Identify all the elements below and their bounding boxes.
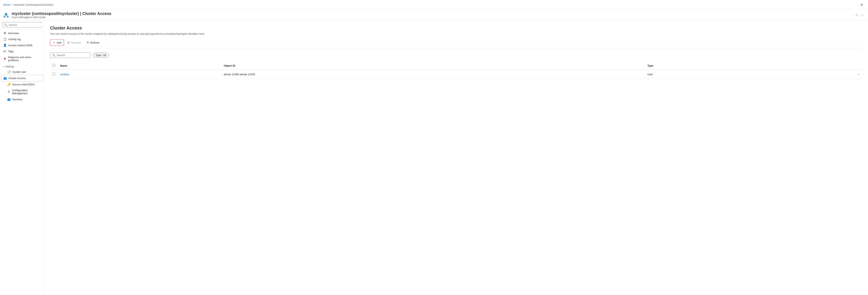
sidebar: 🔍 << ⚙ Overview 📋 Activity log 👤 Access … xyxy=(0,21,44,295)
diagnose-icon: ✖ xyxy=(3,57,6,60)
header-actions: ☆ ··· xyxy=(855,12,865,18)
ssh-icon: 🔑 xyxy=(7,83,11,86)
filter-search-icon: 🔍 xyxy=(52,54,56,57)
type-filter-badge[interactable]: Type : All xyxy=(93,53,109,58)
sidebar-item-ssh[interactable]: 🔑 Secure shell (SSH) xyxy=(0,81,44,87)
row-checkbox[interactable] xyxy=(53,72,55,76)
sidebar-item-label: Services xyxy=(12,98,22,101)
tags-icon: 🏷 xyxy=(3,50,6,53)
resource-header: mycluster (contosopool/mycluster) | Clus… xyxy=(0,10,868,21)
table-header-object-id: Object ID xyxy=(221,62,645,69)
sidebar-item-label: Activity log xyxy=(8,38,21,41)
sidebar-item-config-management[interactable]: 🗒 Configuration Management xyxy=(0,87,44,96)
more-options-button[interactable]: ··· xyxy=(861,12,865,18)
sidebar-item-label: Secure shell (SSH) xyxy=(12,83,35,86)
settings-section-label: Settings xyxy=(5,65,14,68)
activity-log-icon: 📋 xyxy=(3,37,7,41)
resource-title: mycluster (contosopool/mycluster) | Clus… xyxy=(12,11,855,16)
sidebar-item-tags[interactable]: 🏷 Tags xyxy=(0,48,44,54)
services-icon: 👥 xyxy=(7,98,11,101)
refresh-button-label: Refresh xyxy=(90,41,100,44)
sidebar-nav: ⚙ Overview 📋 Activity log 👤 Access contr… xyxy=(0,29,44,295)
sidebar-item-overview[interactable]: ⚙ Overview xyxy=(0,30,44,36)
row-object-id: abcde-12345-abcde-12345 xyxy=(221,69,645,79)
table-header-row: Name Object ID Type xyxy=(50,62,862,69)
svg-line-3 xyxy=(4,15,6,16)
svg-point-2 xyxy=(7,16,9,18)
table-row: contoso abcde-12345-abcde-12345 User ··· xyxy=(50,69,862,79)
remove-button-label: Remove xyxy=(71,41,81,44)
resource-icon xyxy=(2,11,10,19)
sidebar-item-label: Overview xyxy=(8,32,19,35)
row-checkbox-cell xyxy=(50,69,58,79)
resource-subtitle: Azure HDInsight on AKS cluster xyxy=(12,16,855,19)
sidebar-item-cluster-size[interactable]: 📝 Cluster size xyxy=(0,69,44,75)
sidebar-item-activity-log[interactable]: 📋 Activity log xyxy=(0,36,44,42)
sidebar-search-input[interactable] xyxy=(9,23,42,26)
select-all-checkbox[interactable] xyxy=(53,64,55,67)
sidebar-item-label: Cluster size xyxy=(12,70,26,73)
config-icon: 🗒 xyxy=(7,90,10,93)
svg-point-0 xyxy=(5,13,7,15)
sidebar-item-diagnose[interactable]: ✖ Diagnose and solve problems xyxy=(0,54,44,63)
table-header-type: Type xyxy=(645,62,771,69)
breadcrumb-resource: mycluster (contosopool/mycluster) xyxy=(13,3,53,6)
filter-bar: 🔍 Type : All xyxy=(50,53,862,58)
data-table: Name Object ID Type contoso abcde-12345-… xyxy=(50,62,862,79)
sidebar-item-services[interactable]: 👥 Services xyxy=(0,96,44,102)
main-layout: 🔍 << ⚙ Overview 📋 Activity log 👤 Access … xyxy=(0,21,868,295)
page-description: You can control access to the cluster en… xyxy=(50,32,231,35)
top-bar: Home › mycluster (contosopool/mycluster)… xyxy=(0,0,868,10)
add-button[interactable]: ＋ Add xyxy=(50,39,64,46)
table-header-checkbox-cell xyxy=(50,62,58,69)
svg-point-1 xyxy=(3,16,5,18)
close-button[interactable]: ✕ xyxy=(859,2,865,8)
table-header-name: Name xyxy=(58,62,221,69)
sidebar-search-inner: 🔍 << xyxy=(2,22,42,27)
sidebar-item-access-control[interactable]: 👤 Access control (IAM) xyxy=(0,42,44,48)
refresh-icon: ↻ xyxy=(87,41,89,44)
add-icon: ＋ xyxy=(53,41,56,45)
filter-search-container: 🔍 xyxy=(50,53,90,58)
sidebar-item-cluster-access[interactable]: 👥 Cluster Access xyxy=(1,75,43,81)
cluster-size-icon: 📝 xyxy=(7,70,11,73)
sidebar-item-label: Tags xyxy=(8,50,13,53)
settings-chevron-icon: ▾ xyxy=(3,66,4,68)
svg-line-4 xyxy=(6,15,8,16)
refresh-button[interactable]: ↻ Refresh xyxy=(84,40,102,46)
remove-icon: 🗑 xyxy=(67,41,70,44)
sidebar-item-label: Configuration Management xyxy=(12,89,41,95)
overview-icon: ⚙ xyxy=(3,31,6,35)
remove-button[interactable]: 🗑 Remove xyxy=(65,40,83,46)
cluster-access-icon: 👥 xyxy=(3,77,7,80)
resource-title-block: mycluster (contosopool/mycluster) | Clus… xyxy=(12,11,855,19)
sidebar-item-label: Cluster Access xyxy=(8,77,26,80)
table-header-actions xyxy=(771,62,862,69)
breadcrumb: Home › mycluster (contosopool/mycluster) xyxy=(3,3,859,6)
row-type: User xyxy=(645,69,771,79)
sidebar-item-label: Access control (IAM) xyxy=(8,44,32,47)
filter-search-input[interactable] xyxy=(57,54,85,57)
sidebar-item-label: Diagnose and solve problems xyxy=(8,56,41,62)
page-title: Cluster Access xyxy=(50,25,862,31)
add-button-label: Add xyxy=(57,41,61,44)
favorite-button[interactable]: ☆ xyxy=(855,12,859,18)
row-more-actions[interactable]: ··· xyxy=(771,69,862,79)
sidebar-search-container: 🔍 << xyxy=(0,21,44,29)
row-name-cell: contoso xyxy=(58,69,221,79)
row-name-link[interactable]: contoso xyxy=(60,73,69,76)
toolbar: ＋ Add 🗑 Remove ↻ Refresh xyxy=(50,39,862,49)
iam-icon: 👤 xyxy=(3,43,7,47)
breadcrumb-home[interactable]: Home xyxy=(3,3,10,6)
search-icon: 🔍 xyxy=(4,23,7,26)
settings-section-header[interactable]: ▾ Settings xyxy=(0,63,44,69)
content-area: Cluster Access You can control access to… xyxy=(44,21,868,295)
